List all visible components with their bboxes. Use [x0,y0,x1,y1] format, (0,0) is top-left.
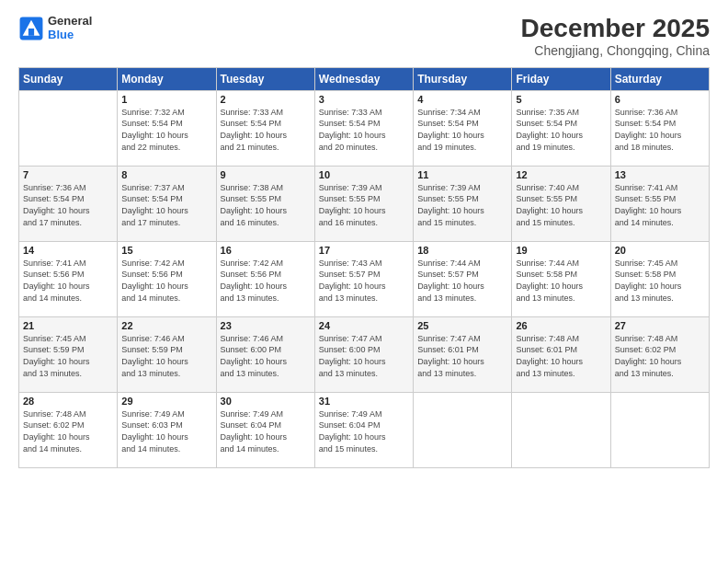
day-info: Sunrise: 7:49 AM Sunset: 6:04 PM Dayligh… [319,408,409,454]
calendar-cell: 17Sunrise: 7:43 AM Sunset: 5:57 PM Dayli… [314,241,413,316]
logo-general: General [48,15,92,29]
day-number: 18 [417,245,507,256]
day-number: 16 [221,245,311,256]
day-info: Sunrise: 7:47 AM Sunset: 6:00 PM Dayligh… [319,333,409,379]
day-info: Sunrise: 7:40 AM Sunset: 5:55 PM Dayligh… [516,182,606,228]
day-number: 1 [121,94,211,105]
day-info: Sunrise: 7:41 AM Sunset: 5:55 PM Dayligh… [615,182,705,228]
day-number: 20 [615,245,705,256]
day-info: Sunrise: 7:41 AM Sunset: 5:56 PM Dayligh… [23,258,113,304]
day-number: 25 [417,320,507,331]
calendar-cell: 3Sunrise: 7:33 AM Sunset: 5:54 PM Daylig… [314,90,413,166]
day-number: 6 [615,94,705,105]
day-info: Sunrise: 7:39 AM Sunset: 5:55 PM Dayligh… [417,182,507,228]
calendar-cell: 24Sunrise: 7:47 AM Sunset: 6:00 PM Dayli… [314,316,413,392]
calendar-week-4: 21Sunrise: 7:45 AM Sunset: 5:59 PM Dayli… [19,316,710,392]
day-info: Sunrise: 7:46 AM Sunset: 6:00 PM Dayligh… [221,333,311,379]
calendar-cell: 9Sunrise: 7:38 AM Sunset: 5:55 PM Daylig… [216,166,314,241]
calendar-cell: 21Sunrise: 7:45 AM Sunset: 5:59 PM Dayli… [19,316,118,392]
calendar-header-row: SundayMondayTuesdayWednesdayThursdayFrid… [19,67,710,90]
calendar-cell: 29Sunrise: 7:49 AM Sunset: 6:03 PM Dayli… [118,392,216,467]
calendar-cell: 5Sunrise: 7:35 AM Sunset: 5:54 PM Daylig… [512,90,610,166]
day-number: 9 [221,169,311,180]
header-monday: Monday [118,67,216,90]
day-number: 14 [23,245,113,256]
calendar-week-1: 1Sunrise: 7:32 AM Sunset: 5:54 PM Daylig… [19,90,710,166]
day-info: Sunrise: 7:42 AM Sunset: 5:56 PM Dayligh… [221,258,311,304]
header-tuesday: Tuesday [216,67,314,90]
calendar-cell: 10Sunrise: 7:39 AM Sunset: 5:55 PM Dayli… [314,166,413,241]
location: Chengjiang, Chongqing, China [521,43,710,58]
day-info: Sunrise: 7:44 AM Sunset: 5:57 PM Dayligh… [417,258,507,304]
day-info: Sunrise: 7:48 AM Sunset: 6:01 PM Dayligh… [516,333,606,379]
day-info: Sunrise: 7:45 AM Sunset: 5:58 PM Dayligh… [615,258,705,304]
calendar-cell: 19Sunrise: 7:44 AM Sunset: 5:58 PM Dayli… [512,241,610,316]
day-number: 7 [23,169,113,180]
day-number: 15 [121,245,211,256]
svg-rect-2 [28,29,34,36]
calendar-cell: 1Sunrise: 7:32 AM Sunset: 5:54 PM Daylig… [118,90,216,166]
day-number: 4 [417,94,507,105]
day-info: Sunrise: 7:49 AM Sunset: 6:04 PM Dayligh… [221,408,311,454]
day-number: 27 [615,320,705,331]
day-number: 23 [221,320,311,331]
header-sunday: Sunday [19,67,118,90]
day-info: Sunrise: 7:44 AM Sunset: 5:58 PM Dayligh… [516,258,606,304]
day-info: Sunrise: 7:35 AM Sunset: 5:54 PM Dayligh… [516,107,606,153]
day-number: 29 [121,396,211,407]
day-info: Sunrise: 7:42 AM Sunset: 5:56 PM Dayligh… [121,258,211,304]
day-number: 5 [516,94,606,105]
day-number: 8 [121,169,211,180]
day-number: 11 [417,169,507,180]
calendar-week-3: 14Sunrise: 7:41 AM Sunset: 5:56 PM Dayli… [19,241,710,316]
calendar-cell: 30Sunrise: 7:49 AM Sunset: 6:04 PM Dayli… [216,392,314,467]
day-info: Sunrise: 7:45 AM Sunset: 5:59 PM Dayligh… [23,333,113,379]
day-number: 12 [516,169,606,180]
title-block: December 2025 Chengjiang, Chongqing, Chi… [521,15,710,58]
day-number: 31 [319,396,409,407]
day-number: 24 [319,320,409,331]
calendar-cell [512,392,610,467]
header-wednesday: Wednesday [314,67,413,90]
calendar-cell: 28Sunrise: 7:48 AM Sunset: 6:02 PM Dayli… [19,392,118,467]
day-info: Sunrise: 7:48 AM Sunset: 6:02 PM Dayligh… [23,408,113,454]
calendar-cell: 6Sunrise: 7:36 AM Sunset: 5:54 PM Daylig… [610,90,709,166]
calendar-cell: 7Sunrise: 7:36 AM Sunset: 5:54 PM Daylig… [19,166,118,241]
day-number: 22 [121,320,211,331]
calendar-cell: 31Sunrise: 7:49 AM Sunset: 6:04 PM Dayli… [314,392,413,467]
day-info: Sunrise: 7:46 AM Sunset: 5:59 PM Dayligh… [121,333,211,379]
day-number: 30 [221,396,311,407]
calendar-cell: 26Sunrise: 7:48 AM Sunset: 6:01 PM Dayli… [512,316,610,392]
day-number: 13 [615,169,705,180]
calendar-cell: 16Sunrise: 7:42 AM Sunset: 5:56 PM Dayli… [216,241,314,316]
calendar-cell: 4Sunrise: 7:34 AM Sunset: 5:54 PM Daylig… [414,90,512,166]
day-info: Sunrise: 7:33 AM Sunset: 5:54 PM Dayligh… [319,107,409,153]
day-info: Sunrise: 7:48 AM Sunset: 6:02 PM Dayligh… [615,333,705,379]
calendar-page: General Blue December 2025 Chengjiang, C… [0,0,728,563]
day-number: 26 [516,320,606,331]
calendar-cell: 12Sunrise: 7:40 AM Sunset: 5:55 PM Dayli… [512,166,610,241]
day-number: 10 [319,169,409,180]
calendar-week-5: 28Sunrise: 7:48 AM Sunset: 6:02 PM Dayli… [19,392,710,467]
calendar-cell: 13Sunrise: 7:41 AM Sunset: 5:55 PM Dayli… [610,166,709,241]
day-info: Sunrise: 7:36 AM Sunset: 5:54 PM Dayligh… [615,107,705,153]
day-number: 19 [516,245,606,256]
day-info: Sunrise: 7:36 AM Sunset: 5:54 PM Dayligh… [23,182,113,228]
calendar-cell: 22Sunrise: 7:46 AM Sunset: 5:59 PM Dayli… [118,316,216,392]
calendar-cell: 14Sunrise: 7:41 AM Sunset: 5:56 PM Dayli… [19,241,118,316]
calendar-cell [414,392,512,467]
calendar-cell [19,90,118,166]
day-info: Sunrise: 7:33 AM Sunset: 5:54 PM Dayligh… [221,107,311,153]
calendar-cell: 8Sunrise: 7:37 AM Sunset: 5:54 PM Daylig… [118,166,216,241]
day-info: Sunrise: 7:43 AM Sunset: 5:57 PM Dayligh… [319,258,409,304]
day-info: Sunrise: 7:37 AM Sunset: 5:54 PM Dayligh… [121,182,211,228]
calendar-cell: 25Sunrise: 7:47 AM Sunset: 6:01 PM Dayli… [414,316,512,392]
day-info: Sunrise: 7:49 AM Sunset: 6:03 PM Dayligh… [121,408,211,454]
calendar-cell: 20Sunrise: 7:45 AM Sunset: 5:58 PM Dayli… [610,241,709,316]
calendar-table: SundayMondayTuesdayWednesdayThursdayFrid… [18,67,710,468]
day-info: Sunrise: 7:34 AM Sunset: 5:54 PM Dayligh… [417,107,507,153]
day-info: Sunrise: 7:47 AM Sunset: 6:01 PM Dayligh… [417,333,507,379]
day-info: Sunrise: 7:38 AM Sunset: 5:55 PM Dayligh… [221,182,311,228]
day-number: 21 [23,320,113,331]
logo-blue: Blue [48,29,92,42]
